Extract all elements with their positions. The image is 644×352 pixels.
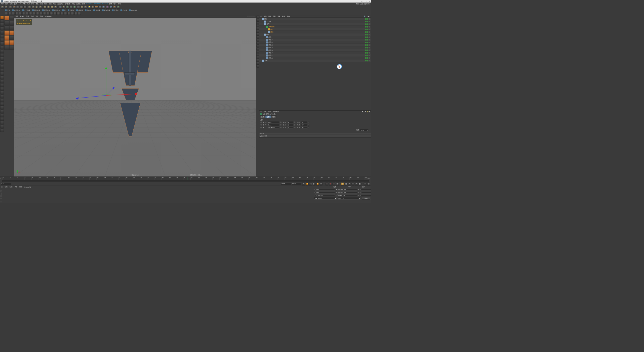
mode-button[interactable] — [0, 128, 4, 132]
field-button[interactable]: 随机域 — [93, 9, 100, 11]
mode-button[interactable] — [0, 53, 4, 57]
mode-button[interactable] — [0, 95, 4, 98]
render-dot[interactable] — [367, 23, 368, 25]
mode-button[interactable] — [0, 38, 4, 42]
mode-button[interactable] — [0, 42, 4, 46]
order-select[interactable]: HPB — [360, 129, 369, 131]
tag-icon[interactable] — [369, 47, 370, 48]
object-name[interactable]: 挤压 — [266, 23, 269, 25]
tag-button[interactable]: 💡 — [88, 5, 91, 9]
tag-icon[interactable] — [369, 23, 370, 25]
object-row[interactable]: 挤压 — [259, 28, 371, 31]
vp-menu-item[interactable]: ProRender — [45, 16, 52, 17]
render-settings-button[interactable]: ⚙ — [54, 5, 57, 9]
om-menu-item[interactable]: 编辑 — [268, 15, 271, 17]
menu-item[interactable]: 编辑 — [5, 3, 8, 5]
mode-button[interactable] — [0, 31, 4, 34]
tool-button[interactable] — [78, 12, 81, 15]
minimize-icon[interactable]: — — [361, 1, 363, 2]
palette-button[interactable] — [9, 21, 14, 25]
object-name[interactable]: 舞台 — [264, 18, 267, 20]
palette-button[interactable] — [4, 35, 9, 40]
xpos-input[interactable] — [315, 189, 335, 191]
strip-button[interactable] — [256, 21, 259, 24]
mode-button[interactable] — [0, 68, 4, 72]
visibility-dot[interactable] — [365, 57, 367, 59]
strip-button[interactable] — [256, 56, 259, 59]
strip-button[interactable] — [256, 53, 259, 56]
effector-button[interactable]: ◉ — [106, 5, 109, 9]
strip-button[interactable] — [256, 65, 259, 67]
visibility-dot[interactable] — [365, 34, 367, 35]
tool-button[interactable] — [8, 12, 11, 15]
mode-button[interactable] — [0, 102, 4, 106]
object-row[interactable]: - 挤压 — [259, 23, 371, 25]
render-dot[interactable] — [367, 31, 368, 33]
tool-button[interactable] — [67, 12, 70, 15]
palette-button[interactable] — [9, 35, 14, 40]
vp-menu-item[interactable]: 选项 — [31, 15, 34, 17]
play-back-button[interactable]: ◀ — [309, 182, 312, 185]
environment-button[interactable]: ☁ — [77, 5, 80, 9]
dynamics-button[interactable]: ⚗ — [117, 5, 120, 9]
object-name[interactable]: 样条.5 — [268, 49, 272, 51]
render-dot[interactable] — [367, 29, 368, 30]
tool-button[interactable] — [57, 12, 60, 15]
key-button[interactable]: ◈ — [332, 182, 335, 185]
opt-button[interactable]: ▥ — [345, 182, 348, 185]
tool-button[interactable] — [74, 12, 77, 15]
tag-icon[interactable] — [369, 57, 370, 59]
visibility-dot[interactable] — [365, 52, 367, 54]
field-button[interactable]: 参数体域 — [12, 9, 20, 11]
rp-input[interactable] — [301, 124, 307, 126]
tag-icon[interactable] — [369, 18, 370, 20]
py-input[interactable] — [268, 124, 279, 126]
px-input[interactable] — [268, 121, 279, 123]
step-back-button[interactable]: ⏪ — [306, 182, 309, 185]
field-button[interactable]: 胶囊体域 — [42, 9, 50, 11]
object-row[interactable]: 样条.8 — [259, 57, 371, 59]
panel-icon[interactable]: ▢ — [366, 16, 368, 17]
object-name[interactable]: 其他 — [264, 60, 267, 62]
visibility-dot[interactable] — [365, 50, 367, 51]
object-row[interactable]: - 样条 — [259, 33, 371, 36]
mode-button[interactable] — [0, 57, 4, 61]
panel-icon[interactable]: ▣ — [369, 111, 370, 112]
render-dot[interactable] — [367, 52, 368, 54]
strip-button[interactable] — [256, 45, 259, 47]
menu-item[interactable]: 模拟 — [44, 3, 47, 5]
material-menu-item[interactable]: Cycles 4D — [24, 186, 31, 188]
field-button[interactable]: Python域 — [129, 9, 137, 11]
render-dot[interactable] — [367, 50, 368, 51]
strip-button[interactable] — [256, 59, 259, 62]
mode-button[interactable] — [0, 65, 4, 68]
tool-button[interactable] — [15, 12, 18, 15]
field-button[interactable]: 声音域 — [112, 9, 118, 11]
menu-item[interactable]: 文件 — [1, 3, 4, 5]
palette-button[interactable] — [9, 45, 14, 50]
field-button[interactable]: 球视域 — [68, 9, 74, 11]
maximize-icon[interactable]: ▢ — [365, 1, 366, 2]
menu-item[interactable]: 渲染 — [49, 3, 52, 5]
render-dot[interactable] — [367, 47, 368, 48]
field-button[interactable]: 区域 — [5, 9, 10, 11]
visibility-dot[interactable] — [365, 44, 367, 46]
om-menu-item[interactable]: 书签 — [287, 15, 290, 17]
field-button[interactable]: 线性域 — [76, 9, 83, 11]
select-tool[interactable]: ▭ — [9, 5, 12, 9]
render-dot[interactable] — [367, 34, 368, 35]
strip-button[interactable] — [256, 50, 259, 53]
palette-button[interactable] — [9, 30, 14, 35]
menu-item[interactable]: 运动图形 — [65, 3, 70, 5]
qr-button[interactable]: QR — [109, 5, 113, 9]
om-menu-item[interactable]: 文件 — [264, 15, 267, 17]
menu-item[interactable]: RealFlow — [86, 3, 92, 5]
object-name[interactable]: 样条 — [266, 33, 269, 35]
render-dot[interactable] — [367, 36, 368, 38]
visibility-dot[interactable] — [365, 60, 367, 61]
timeline-track[interactable]: ◂▸ — [0, 180, 371, 182]
strip-button[interactable] — [256, 42, 259, 44]
mode-button[interactable] — [0, 27, 4, 30]
quaternion-section[interactable]: ▸四元 — [259, 132, 371, 135]
material-menu-item[interactable]: 功能 — [15, 186, 18, 188]
